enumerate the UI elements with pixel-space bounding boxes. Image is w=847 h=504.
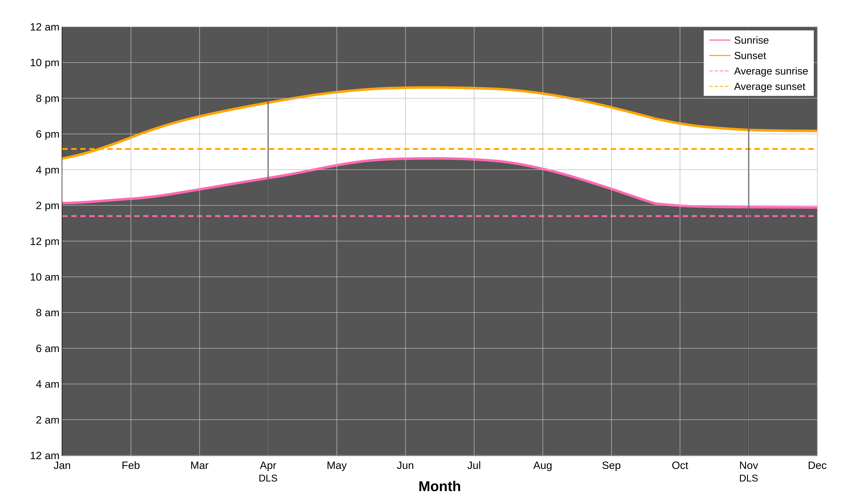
y-tick-10am: 10 am [30,271,59,283]
x-tick-feb: Feb [122,459,140,471]
legend-item-avg-sunset: Average sunset [709,80,808,92]
y-tick-8pm: 8 pm [36,92,59,104]
x-tick-mar: Mar [190,459,209,471]
y-tick-4am: 4 am [36,378,59,390]
y-tick-6am: 6 am [36,342,59,354]
y-tick-4pm: 4 pm [36,163,59,176]
chart-container: Sunrise / sunset times [16,13,832,491]
legend-avg-sunrise-line [709,71,731,71]
x-axis-title: Month [418,478,461,494]
y-tick-8am: 8 am [36,306,59,319]
legend-sunrise-line [709,39,731,41]
y-tick-12am-top: 12 am [30,21,59,33]
legend-sunset-label: Sunset [734,50,766,61]
x-tick-apr: Apr [260,459,276,471]
chart-area: 12 am 10 pm 8 pm 6 pm 4 pm 2 pm 12 pm 10… [62,27,817,456]
x-tick-jan: Jan [54,459,71,471]
legend-sunrise-label: Sunrise [734,34,769,46]
x-tick-jun: Jun [397,459,414,471]
legend-item-sunrise: Sunrise [709,34,808,46]
x-tick-oct: Oct [672,459,688,471]
legend-avg-sunrise-label: Average sunrise [734,65,808,77]
y-tick-6pm: 6 pm [36,128,59,140]
x-tick-sep: Sep [602,459,621,471]
x-tick-nov: Nov [739,459,758,471]
y-tick-12pm: 12 pm [30,235,59,247]
legend: Sunrise Sunset Average sunrise Average s… [704,30,814,96]
dls-label-spring: DLS [259,472,277,484]
dls-label-fall: DLS [739,472,758,484]
legend-avg-sunset-label: Average sunset [734,80,805,92]
y-tick-10pm: 10 pm [30,56,59,69]
x-tick-may: May [327,459,347,471]
x-tick-jul: Jul [467,459,481,471]
legend-sunset-line [709,55,731,56]
legend-item-sunset: Sunset [709,50,808,61]
x-tick-aug: Aug [533,459,552,471]
y-tick-2am: 2 am [36,414,59,426]
legend-avg-sunset-line [709,86,731,87]
legend-item-avg-sunrise: Average sunrise [709,65,808,77]
x-tick-dec: Dec [808,459,827,471]
y-tick-2pm: 2 pm [36,199,59,212]
